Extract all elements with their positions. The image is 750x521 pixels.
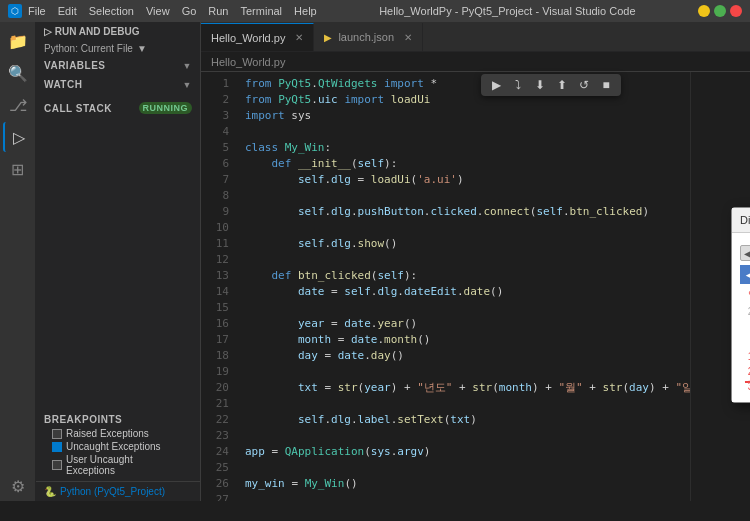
run-debug-label: ▷ RUN AND DEBUG xyxy=(44,26,139,37)
call-stack-status: Running xyxy=(139,102,193,114)
tab-launch-json-close[interactable]: ✕ xyxy=(404,32,412,43)
breakpoints-header[interactable]: BREAKPOINTS xyxy=(44,412,192,427)
call-stack-label: CALL STACK xyxy=(44,103,112,114)
watch-collapse-icon[interactable]: ▼ xyxy=(183,80,192,90)
menu-selection[interactable]: Selection xyxy=(89,5,134,17)
titlebar-left: ⬡ File Edit Selection View Go Run Termin… xyxy=(8,4,317,18)
activity-search-icon[interactable]: 🔍 xyxy=(3,58,33,88)
menu-file[interactable]: File xyxy=(28,5,46,17)
tab-hello-world[interactable]: Hello_World.py ✕ xyxy=(201,23,314,51)
tab-hello-world-close[interactable]: ✕ xyxy=(295,32,303,43)
dialog-titlebar: Dialog ? ✕ xyxy=(732,208,750,233)
dialog-title: Dialog xyxy=(740,214,750,226)
debug-stop-btn[interactable]: ■ xyxy=(597,76,615,94)
sidebar: ▷ RUN AND DEBUG Python: Current File ▼ V… xyxy=(36,22,201,501)
cal-day-16[interactable]: 16 xyxy=(740,349,750,364)
watch-label: WATCH xyxy=(44,79,82,90)
cal-day-9[interactable]: 9 xyxy=(740,334,750,349)
dialog-window: Dialog ? ✕ ♥ ◀ ▶ xyxy=(731,207,750,403)
python-env-label: Python (PyQt5_Project) xyxy=(60,486,165,497)
watch-header[interactable]: WATCH ▼ xyxy=(36,75,200,94)
activity-bar: 📁 🔍 ⎇ ▷ ⊞ ⚙ xyxy=(0,22,36,501)
cal-day-2[interactable]: 2 xyxy=(740,319,750,334)
window-title: Hello_WorldPy - PyQt5_Project - Visual S… xyxy=(379,5,635,17)
python-env-icon: 🐍 xyxy=(44,486,56,497)
cal-month-nav: ◀ 1월, 2000 ▶ xyxy=(740,265,750,284)
cal-day-26-prev[interactable]: 26 xyxy=(740,304,750,319)
debug-step-into-btn[interactable]: ⬇ xyxy=(531,76,549,94)
arrow-annotation xyxy=(735,372,750,402)
debug-toolbar: ▶ ⤵ ⬇ ⬆ ↺ ■ xyxy=(481,74,621,96)
activity-git-icon[interactable]: ⎇ xyxy=(3,90,33,120)
tab-launch-json[interactable]: ▶ launch.json ✕ xyxy=(314,23,423,51)
bp-uncaught[interactable]: Uncaught Exceptions xyxy=(44,440,192,453)
menu-terminal[interactable]: Terminal xyxy=(241,5,283,17)
vscode-icon: ⬡ xyxy=(8,4,22,18)
breakpoints-panel: BREAKPOINTS Raised Exceptions Uncaught E… xyxy=(36,408,200,481)
activity-explorer-icon[interactable]: 📁 xyxy=(3,26,33,56)
bp-user-uncaught-checkbox[interactable] xyxy=(52,460,62,470)
editor-area: Hello_World.py ✕ ▶ launch.json ✕ Hello_W… xyxy=(201,22,750,501)
debug-file-label: Python: Current File xyxy=(44,43,133,54)
code-content[interactable]: from PyQt5.QtWidgets import * from PyQt5… xyxy=(237,72,690,501)
cal-header-sun: 일 xyxy=(740,286,750,304)
line-numbers: 12345 678910 1112131415 1617181920 21222… xyxy=(201,72,237,501)
call-stack-header[interactable]: CALL STACK Running xyxy=(36,98,200,118)
activity-extensions-icon[interactable]: ⊞ xyxy=(3,154,33,184)
activity-run-icon[interactable]: ▷ xyxy=(3,122,33,152)
tab-launch-json-label: launch.json xyxy=(338,31,394,43)
breadcrumb-path: Hello_World.py xyxy=(211,56,285,68)
minimize-button[interactable] xyxy=(698,5,710,17)
dialog-body: ♥ ◀ ▶ ◀ 1월, 2000 ▶ xyxy=(732,233,750,402)
bp-user-uncaught[interactable]: User Uncaught Exceptions xyxy=(44,453,192,477)
breakpoints-label: BREAKPOINTS xyxy=(44,414,122,425)
window-controls[interactable] xyxy=(698,5,742,17)
debug-step-over-btn[interactable]: ⤵ xyxy=(509,76,527,94)
menu-view[interactable]: View xyxy=(146,5,170,17)
code-editor[interactable]: 12345 678910 1112131415 1617181920 21222… xyxy=(201,72,750,501)
bp-raised[interactable]: Raised Exceptions xyxy=(44,427,192,440)
menu-edit[interactable]: Edit xyxy=(58,5,77,17)
debug-step-out-btn[interactable]: ⬆ xyxy=(553,76,571,94)
bp-uncaught-checkbox[interactable] xyxy=(52,442,62,452)
variables-label: VARIABLES xyxy=(44,60,106,71)
variables-collapse-icon[interactable]: ▼ xyxy=(183,61,192,71)
run-debug-header: ▷ RUN AND DEBUG xyxy=(36,22,200,41)
maximize-button[interactable] xyxy=(714,5,726,17)
tab-bar: Hello_World.py ✕ ▶ launch.json ✕ xyxy=(201,22,750,52)
menu-bar[interactable]: File Edit Selection View Go Run Terminal… xyxy=(28,5,317,17)
cal-prev-date-btn[interactable]: ◀ xyxy=(740,245,750,261)
bp-raised-checkbox[interactable] xyxy=(52,429,62,439)
bp-uncaught-label: Uncaught Exceptions xyxy=(66,441,161,452)
bp-raised-label: Raised Exceptions xyxy=(66,428,149,439)
main-layout: 📁 🔍 ⎇ ▷ ⊞ ⚙ ▷ RUN AND DEBUG Python: Curr… xyxy=(0,22,750,501)
close-button[interactable] xyxy=(730,5,742,17)
calendar-date-nav: ◀ ▶ xyxy=(740,245,750,261)
cal-prev-month-btn[interactable]: ◀ xyxy=(746,268,750,282)
menu-run[interactable]: Run xyxy=(208,5,228,17)
activity-settings-icon[interactable]: ⚙ xyxy=(3,471,33,501)
debug-continue-btn[interactable]: ▶ xyxy=(487,76,505,94)
menu-go[interactable]: Go xyxy=(182,5,197,17)
titlebar: ⬡ File Edit Selection View Go Run Termin… xyxy=(0,0,750,22)
menu-help[interactable]: Help xyxy=(294,5,317,17)
breadcrumb: Hello_World.py xyxy=(201,52,750,72)
debug-restart-btn[interactable]: ↺ xyxy=(575,76,593,94)
variables-header[interactable]: VARIABLES ▼ xyxy=(36,56,200,75)
tab-hello-world-label: Hello_World.py xyxy=(211,32,285,44)
bp-user-uncaught-label: User Uncaught Exceptions xyxy=(66,454,184,476)
